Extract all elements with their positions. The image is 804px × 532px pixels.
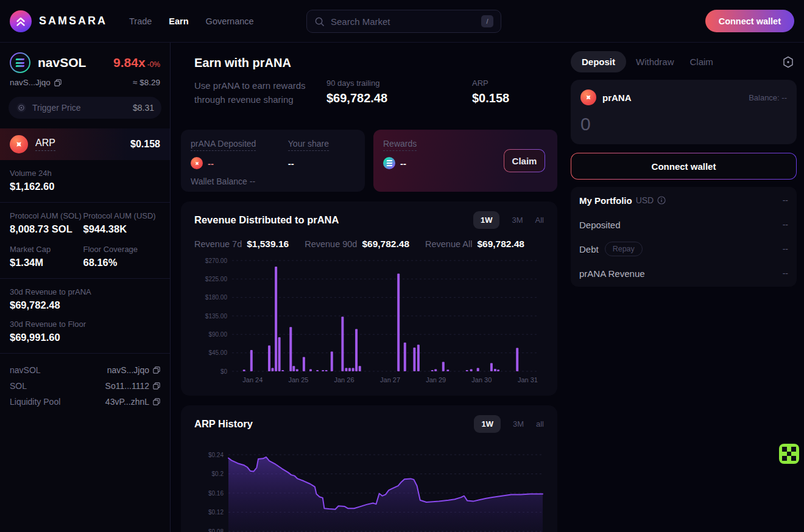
rewards-label: Rewards (383, 139, 417, 151)
info-icon[interactable] (657, 196, 666, 205)
portfolio-card: My Portfolio USD -- Deposited -- Debt Re… (571, 187, 797, 287)
volume-section: Volume 24h $1,162.60 (0, 160, 170, 203)
stat-market-cap: Market Cap $1.34M (10, 245, 83, 268)
revenue-7d: Revenue 7d $1,539.16 (194, 239, 289, 250)
amount-input[interactable] (580, 114, 787, 135)
deposit-token-name: prANA (602, 93, 632, 103)
navsol-token-icon (10, 52, 30, 73)
arp-label: ARP (35, 138, 55, 151)
portfolio-header-row: My Portfolio USD -- (579, 188, 788, 212)
copy-icon[interactable] (54, 79, 62, 86)
deposited-value: -- (208, 158, 214, 169)
top-nav: SAMSARA Trade Earn Governance / Connect … (0, 0, 804, 43)
nav-earn[interactable]: Earn (169, 16, 188, 26)
search-shortcut-key: / (481, 15, 493, 27)
search-input[interactable] (331, 16, 481, 27)
sidebar-arp-row[interactable]: ARP $0.158 (0, 128, 170, 160)
token-address[interactable]: navS...Jjqo (10, 78, 62, 87)
tab-1w[interactable]: 1W (473, 211, 500, 229)
repay-button[interactable]: Repay (605, 242, 643, 256)
token-approx-price: ≈ $8.29 (133, 78, 160, 87)
svg-text:$0.2: $0.2 (212, 471, 224, 477)
tab-claim[interactable]: Claim (690, 57, 713, 67)
nav-governance[interactable]: Governance (206, 16, 254, 26)
svg-text:$90.00: $90.00 (208, 331, 227, 338)
tab-deposit[interactable]: Deposit (571, 51, 626, 72)
prana-revenue-row: prANA Revenue -- (579, 261, 788, 285)
amount-card: prANA Balance: -- (571, 80, 797, 144)
svg-text:$0.12: $0.12 (208, 509, 224, 516)
arp-stat: ARP $0.158 (472, 79, 509, 105)
brand-name: SAMSARA (39, 15, 107, 27)
target-icon (16, 102, 27, 113)
sol-reward-icon (383, 157, 395, 169)
wallet-balance: Wallet Balance -- (191, 177, 355, 186)
earn-header: Use prANA to earn rewards through revenu… (171, 79, 570, 119)
address-row-navsol: navSOL navS...Jjqo (10, 362, 160, 378)
svg-text:Jan 26: Jan 26 (334, 376, 354, 383)
address-list: navSOL navS...Jjqo SOL So11...1112 Liqui… (0, 354, 170, 418)
tab-1w[interactable]: 1W (474, 415, 501, 433)
stat-aum-sol: Protocol AUM (SOL) 8,008.73 SOL (10, 211, 83, 235)
main-nav: Trade Earn Governance (129, 16, 254, 26)
search-bar[interactable]: / (306, 10, 501, 33)
trigger-price-value: $8.31 (133, 103, 154, 113)
portfolio-value: -- (783, 195, 788, 205)
summary-cards: prANA Deposited -- Your share -- (181, 130, 557, 192)
claim-button[interactable]: Claim (504, 149, 545, 172)
tab-3m[interactable]: 3M (512, 215, 523, 225)
volume-label: Volume 24h (10, 169, 160, 178)
rewards-card: Rewards -- Claim (373, 130, 557, 192)
svg-text:Jan 24: Jan 24 (242, 376, 263, 383)
svg-text:$45.00: $45.00 (208, 349, 227, 356)
token-multiplier: 9.84x-0% (113, 55, 160, 70)
settings-hexagon-icon[interactable] (781, 55, 795, 69)
deposited-label: prANA Deposited (191, 139, 256, 151)
revenue-all: Revenue All $69,782.48 (425, 239, 524, 250)
connect-wallet-button[interactable]: Connect wallet (705, 10, 794, 32)
trigger-price-label: Trigger Price (32, 103, 81, 113)
copy-icon[interactable] (153, 366, 160, 374)
action-panel: Deposit Withdraw Claim prANA Balance: --… (570, 43, 804, 532)
svg-text:$270.00: $270.00 (205, 257, 228, 264)
tab-all[interactable]: All (535, 215, 544, 225)
nav-trade[interactable]: Trade (129, 16, 152, 26)
arp-chart-card: ARP History 1W 3M all $0.24$0.2$0.16$0.1… (181, 405, 557, 532)
address-row-liquidity-pool: Liquidity Pool 43vP...zhnL (10, 394, 160, 410)
revenue-chart-title: Revenue Distributed to prANA (194, 214, 339, 226)
deposited-card: prANA Deposited -- Your share -- (181, 130, 365, 192)
tab-withdraw[interactable]: Withdraw (636, 57, 674, 67)
deposited-row: Deposited -- (579, 212, 788, 237)
rewards-value: -- (400, 158, 406, 169)
svg-text:Jan 29: Jan 29 (426, 376, 446, 383)
revenue-90d: Revenue 90d $69,782.48 (305, 239, 409, 250)
svg-text:$0.08: $0.08 (208, 528, 224, 532)
tab-3m[interactable]: 3M (513, 419, 524, 429)
arp-token-icon (10, 135, 28, 153)
page-subtitle: Use prANA to earn rewards through revenu… (194, 79, 322, 107)
stat-floor-coverage: Floor Coverage 68.16% (83, 245, 160, 268)
trigger-price-row[interactable]: Trigger Price $8.31 (9, 97, 161, 119)
svg-text:$180.00: $180.00 (205, 294, 228, 301)
token-name: navSOL (38, 55, 86, 70)
samsara-logo-icon[interactable] (10, 10, 32, 32)
svg-text:$0.16: $0.16 (208, 490, 224, 497)
protocol-stats: Protocol AUM (SOL) 8,008.73 SOL Protocol… (0, 203, 170, 279)
svg-text:$225.00: $225.00 (205, 276, 228, 282)
search-icon (314, 16, 325, 27)
chat-widget-button[interactable] (779, 444, 799, 464)
stat-aum-usd: Protocol AUM (USD) $944.38K (83, 211, 160, 235)
revenue-stats: 30d Revenue to prANA $69,782.48 30d Reve… (0, 279, 170, 354)
panel-tabs: Deposit Withdraw Claim (571, 43, 797, 72)
prana-token-icon (191, 157, 203, 169)
your-share-value: -- (288, 158, 355, 169)
svg-text:Jan 25: Jan 25 (288, 376, 308, 383)
trailing-stat: 90 days trailing $69,782.48 (326, 79, 387, 105)
debt-row: Debt Repay -- (579, 237, 788, 261)
connect-wallet-button-panel[interactable]: Connect wallet (571, 153, 797, 180)
tab-all[interactable]: all (536, 419, 544, 429)
copy-icon[interactable] (153, 382, 160, 390)
copy-icon[interactable] (153, 398, 160, 405)
arp-price: $0.158 (130, 139, 160, 150)
svg-text:$0.24: $0.24 (208, 452, 224, 458)
